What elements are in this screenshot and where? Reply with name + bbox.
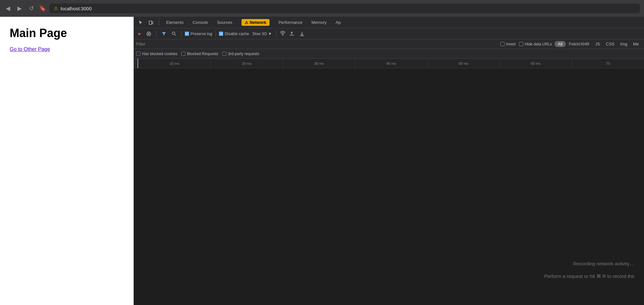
devtools-tabs-row: Elements Console Sources ⚠ Network Perfo… [134,17,644,28]
browser-chrome: ◀ ▶ ↺ 🔖 ⚠ localhost:3000 [0,0,644,17]
address-text: localhost:3000 [61,6,92,11]
devtools-toolbar: ● Preserve log [134,28,644,39]
perform-text: Perform a request or hit ⌘ R to record t… [544,273,634,279]
main-area: Main Page Go to Other Page Elements Cons… [0,17,644,305]
blocked-requests-text: Blocked Requests [187,52,218,56]
filter-row: Invert Hide data URLs All Fetch/XHR JS C… [134,39,644,49]
tick-50ms: 50 ms [427,59,499,68]
has-blocked-cookies-text: Has blocked cookies [142,52,177,56]
tab-network[interactable]: ⚠ Network [238,18,273,27]
go-to-other-page-link[interactable]: Go to Other Page [10,46,50,52]
filter-button[interactable] [160,30,168,37]
tick-30ms: 30 ms [283,59,355,68]
recording-text: Recording network activity… [573,261,634,266]
hide-data-urls-text: Hide data URLs [525,42,552,46]
invert-checkbox[interactable] [500,42,505,46]
search-button[interactable] [170,30,178,37]
filter-input[interactable] [136,42,201,46]
tab-application[interactable]: Ap [332,19,345,26]
record-button[interactable]: ● [136,30,143,38]
network-tab-label: Network [250,20,266,25]
filter-type-fetch[interactable]: Fetch/XHR [566,41,592,47]
tab-elements[interactable]: Elements [162,19,187,26]
third-party-checkbox[interactable] [222,52,226,56]
toolbar-separator-4 [276,31,277,37]
svg-rect-0 [149,21,152,25]
filter-type-js[interactable]: JS [592,41,602,47]
device-toolbar-button[interactable] [147,19,156,26]
third-party-text: 3rd-party requests [228,52,259,56]
hide-data-urls-checkbox[interactable] [519,42,523,46]
filter-type-img[interactable]: Img [618,41,630,47]
blocked-row: Has blocked cookies Blocked Requests 3rd… [134,49,644,59]
filter-options: Invert Hide data URLs [500,42,552,46]
timeline-header: 10 ms 20 ms 30 ms 40 ms 50 ms 60 ms 70 [134,59,644,68]
toolbar-separator-1 [156,31,156,37]
throttle-select[interactable]: Slow 3G ▼ [251,31,273,37]
network-body: Recording network activity… Perform a re… [134,68,644,305]
preserve-log-checkbox[interactable] [185,32,189,36]
invert-text: Invert [506,42,516,46]
preserve-log-label[interactable]: Preserve log [185,32,212,36]
bookmark-button[interactable]: 🔖 [39,5,46,12]
hide-data-urls-label[interactable]: Hide data URLs [519,42,552,46]
reload-button[interactable]: ↺ [27,4,36,13]
tab-sources[interactable]: Sources [213,19,236,26]
tick-60ms: 60 ms [499,59,572,68]
timeline-left-pad [134,59,138,68]
devtools-panel: Elements Console Sources ⚠ Network Perfo… [134,17,644,305]
svg-point-3 [172,32,175,34]
tab-performance[interactable]: Performance [275,19,306,26]
invert-label[interactable]: Invert [500,42,516,46]
upload-button[interactable] [288,30,296,37]
has-blocked-cookies-label[interactable]: Has blocked cookies [136,52,177,56]
tick-10ms: 10 ms [138,59,210,68]
page-title: Main Page [10,26,124,40]
toolbar-separator-2 [181,31,182,37]
tab-memory[interactable]: Memory [308,19,330,26]
tick-20ms: 20 ms [210,59,282,68]
page-content: Main Page Go to Other Page [0,17,134,305]
disable-cache-text: Disable cache [225,32,249,36]
blocked-requests-checkbox[interactable] [181,52,185,56]
security-warning-icon: ⚠ [54,5,58,11]
warning-triangle-icon: ⚠ [245,20,248,25]
cursor-icon-button[interactable] [136,19,145,26]
address-bar-container: ⚠ localhost:3000 [49,4,640,13]
svg-point-4 [282,35,283,35]
tab-separator-1 [159,19,159,26]
disable-cache-label[interactable]: Disable cache [219,32,249,36]
toolbar-separator-3 [215,31,216,37]
filter-type-all[interactable]: All [554,41,565,47]
clear-button[interactable] [145,30,153,37]
blocked-requests-label[interactable]: Blocked Requests [181,52,218,56]
back-button[interactable]: ◀ [4,4,12,13]
tick-40ms: 40 ms [355,59,427,68]
timeline-ticks: 10 ms 20 ms 30 ms 40 ms 50 ms 60 ms 70 [138,59,644,68]
tab-console[interactable]: Console [189,19,212,26]
disable-cache-checkbox[interactable] [219,32,223,36]
filter-type-css[interactable]: CSS [603,41,617,47]
has-blocked-cookies-checkbox[interactable] [136,52,140,56]
preserve-log-text: Preserve log [191,32,212,36]
tick-70ms: 70 [572,59,644,68]
forward-button[interactable]: ▶ [15,4,24,13]
third-party-label[interactable]: 3rd-party requests [222,52,259,56]
filter-type-me[interactable]: Me [630,41,641,47]
download-button[interactable] [298,30,306,37]
svg-rect-1 [152,22,153,24]
wifi-icon [280,31,286,36]
filter-types: All Fetch/XHR JS CSS Img Me [554,41,641,47]
